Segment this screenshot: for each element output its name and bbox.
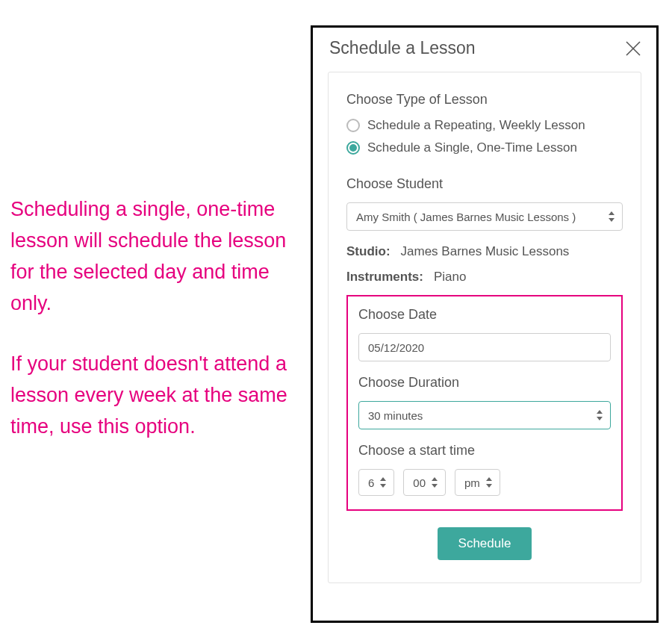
choose-date-label: Choose Date — [358, 307, 611, 323]
modal-title: Schedule a Lesson — [329, 38, 476, 58]
instruments-row: Instruments: Piano — [346, 270, 623, 285]
radio-icon — [346, 141, 360, 155]
svg-marker-7 — [380, 484, 386, 488]
radio-single-lesson[interactable]: Schedule a Single, One-Time Lesson — [346, 140, 623, 155]
hour-select[interactable]: 6 — [358, 469, 394, 496]
instruments-key: Instruments: — [346, 270, 423, 285]
date-input[interactable]: 05/12/2020 — [358, 333, 611, 361]
date-value: 05/12/2020 — [368, 341, 424, 354]
radio-label: Schedule a Repeating, Weekly Lesson — [367, 118, 585, 133]
highlight-region: Choose Date 05/12/2020 Choose Duration 3… — [346, 295, 623, 511]
svg-marker-5 — [597, 417, 603, 420]
duration-select[interactable]: 30 minutes — [358, 401, 611, 429]
instruments-value: Piano — [434, 270, 466, 285]
chevron-sort-icon — [379, 477, 387, 488]
studio-row: Studio: James Barnes Music Lessons — [346, 244, 623, 259]
svg-marker-6 — [380, 477, 386, 481]
modal-body: Choose Type of Lesson Schedule a Repeati… — [328, 72, 641, 583]
chevron-sort-icon — [485, 477, 493, 488]
student-select[interactable]: Amy Smith ( James Barnes Music Lessons ) — [346, 202, 623, 231]
duration-value: 30 minutes — [368, 409, 423, 422]
svg-marker-2 — [609, 211, 615, 215]
choose-start-time-label: Choose a start time — [358, 443, 611, 459]
student-select-value: Amy Smith ( James Barnes Music Lessons ) — [356, 211, 576, 223]
choose-duration-label: Choose Duration — [358, 375, 611, 391]
svg-marker-4 — [597, 410, 603, 414]
schedule-lesson-modal: Schedule a Lesson Choose Type of Lesson … — [311, 25, 659, 623]
hour-value: 6 — [368, 476, 374, 489]
minute-select[interactable]: 00 — [403, 469, 446, 496]
close-icon[interactable] — [625, 40, 641, 57]
choose-student-label: Choose Student — [346, 176, 623, 192]
lesson-type-label: Choose Type of Lesson — [346, 92, 623, 108]
svg-marker-11 — [486, 484, 492, 488]
help-paragraph-1: Scheduling a single, one-time lesson wil… — [10, 194, 294, 319]
help-paragraph-2: If your student doesn't attend a lesson … — [10, 349, 294, 443]
chevron-sort-icon — [596, 410, 603, 420]
minute-value: 00 — [413, 476, 426, 489]
studio-key: Studio: — [346, 244, 391, 259]
ampm-select[interactable]: pm — [455, 469, 500, 496]
svg-marker-3 — [609, 218, 615, 222]
svg-marker-8 — [432, 477, 438, 481]
radio-label: Schedule a Single, One-Time Lesson — [367, 140, 577, 155]
radio-icon — [346, 119, 360, 132]
svg-marker-9 — [432, 484, 438, 488]
radio-repeating-lesson[interactable]: Schedule a Repeating, Weekly Lesson — [346, 118, 623, 133]
ampm-value: pm — [464, 476, 480, 489]
schedule-button[interactable]: Schedule — [438, 527, 532, 560]
help-sidebar: Scheduling a single, one-time lesson wil… — [10, 194, 294, 443]
studio-value: James Barnes Music Lessons — [401, 244, 570, 259]
svg-marker-10 — [486, 477, 492, 481]
chevron-sort-icon — [431, 477, 438, 488]
chevron-sort-icon — [608, 211, 615, 222]
